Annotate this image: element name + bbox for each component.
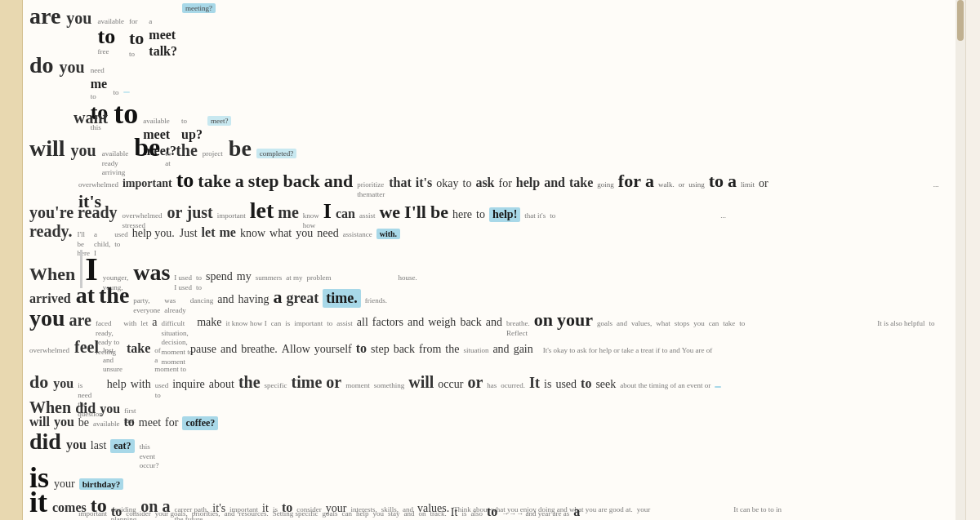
word-be-4: be: [78, 416, 89, 429]
tag-meeting: meeting?: [182, 3, 216, 13]
word-has: has: [487, 381, 497, 389]
word-what-1: what: [270, 227, 292, 240]
word-inquire: inquire: [172, 378, 205, 391]
word-assistance: assistance: [343, 230, 372, 238]
word-you-4: you: [296, 227, 313, 240]
word-take-2: take: [569, 176, 593, 190]
word-step-2: step: [371, 343, 390, 356]
word-goals-2: goals: [323, 509, 338, 518]
word-you-2: you: [60, 58, 85, 77]
word-pause-1: pause: [190, 343, 216, 356]
word-limit: limit: [741, 180, 755, 189]
word-situation: situation: [463, 346, 488, 354]
word-youre: you're: [29, 203, 74, 222]
word-and-4: and: [408, 316, 424, 329]
word-stack-18: used to: [114, 230, 128, 249]
word-it-1: It: [529, 375, 540, 392]
word-to-8: to: [356, 341, 367, 356]
word-stack-9: project: [203, 149, 223, 159]
word-stack-8: to at: [165, 149, 171, 168]
word-something: something: [374, 381, 405, 389]
word-available-2: available: [93, 420, 119, 428]
word-you-10: you: [66, 438, 87, 452]
word-with-2: with: [131, 378, 151, 391]
word-here-1: here: [452, 208, 472, 221]
word-or-4: or: [326, 373, 341, 392]
word-setting: Setting specific: [273, 509, 318, 518]
word-walk: walk.: [658, 180, 675, 189]
word-and-5: and: [486, 316, 502, 329]
word-stack-33: used to: [155, 381, 169, 400]
word-that: that: [389, 176, 412, 190]
word-ll: I'll: [404, 202, 426, 223]
word-your-1: your: [557, 309, 593, 331]
word-going: going: [597, 180, 614, 189]
left-margin: [0, 0, 23, 520]
word-be-1: be: [134, 132, 160, 162]
content-area: are you available to free for to to a me…: [23, 0, 965, 520]
word-your-5: your goals,: [155, 509, 188, 518]
scroll-thumb[interactable]: [957, 0, 964, 41]
word-let: let: [140, 319, 148, 327]
word-yourself-1: yourself: [314, 343, 352, 356]
word-for-1: for: [499, 177, 512, 190]
scroll-area[interactable]: [956, 0, 965, 520]
word-you-7: you: [53, 376, 74, 391]
word-to-10: to: [124, 415, 135, 429]
word-I-1: I: [323, 199, 332, 224]
word-to-9: to: [581, 376, 591, 391]
word-and-7: and: [220, 343, 237, 356]
word-will-2: will: [29, 415, 50, 429]
word-help-2: help you.: [132, 227, 175, 240]
word-weigh: weigh: [428, 316, 456, 329]
tag-eat: eat?: [110, 439, 134, 453]
word-to-13: to: [111, 504, 122, 519]
word-stack-28: breathe. Reflect: [506, 319, 530, 338]
word-to-1: to: [176, 168, 194, 193]
word-you-6: you: [693, 319, 705, 327]
word-that-2: that it's: [524, 211, 546, 220]
word-prblm: problem: [306, 273, 331, 282]
word-to-7: to: [929, 319, 935, 327]
word-consider-2: consider: [126, 509, 151, 518]
tag-help: help!: [489, 207, 520, 222]
word-me-2: me: [219, 225, 235, 240]
word-can-2: can: [271, 319, 282, 327]
word-about-1: about: [209, 378, 234, 391]
word-trailing-2: ...: [720, 211, 726, 220]
word-do-2: do: [29, 371, 48, 393]
word-stack-15: assist: [359, 211, 376, 221]
tag-with: with.: [376, 229, 400, 239]
vis-row-11: overwhelmed feel lost and unsure take of…: [23, 338, 965, 375]
word-a-3: a: [728, 171, 737, 192]
word-ready-2: ready.: [29, 222, 72, 241]
word-from-1: from: [419, 343, 441, 356]
word-just-2: Just: [180, 227, 198, 240]
word-its: it's: [416, 176, 432, 190]
word-you-5: you: [29, 305, 65, 331]
word-is-4: is: [461, 509, 466, 518]
word-know-1: know: [240, 227, 265, 240]
word-with-1: with: [123, 319, 136, 327]
word-stack-30: lost and unsure: [103, 346, 122, 375]
word-let-2: let: [202, 225, 216, 240]
word-seek-1: seek: [595, 378, 616, 391]
word-it-4: It: [451, 506, 458, 519]
word-you-1: you: [66, 9, 91, 28]
word-arrow: →→→ and year are as: [501, 509, 569, 518]
word-to-small: to: [113, 88, 118, 96]
word-do: do: [29, 52, 54, 78]
word-for-2: for: [618, 171, 641, 192]
word-or-5: or: [467, 373, 483, 392]
word-stack-24: dancing: [190, 296, 214, 306]
word-take-1: take: [198, 171, 230, 192]
word-and-3: and: [217, 293, 234, 306]
word-or-3: or: [167, 203, 183, 222]
word-is-1: is: [285, 319, 290, 327]
word-resources: resources.: [239, 509, 269, 518]
word-we: we: [379, 202, 400, 223]
word-track: track.: [430, 509, 447, 518]
word-stops: stops: [675, 319, 690, 327]
word-can-3: can: [709, 319, 719, 327]
word-stay-1: stay: [388, 509, 400, 518]
